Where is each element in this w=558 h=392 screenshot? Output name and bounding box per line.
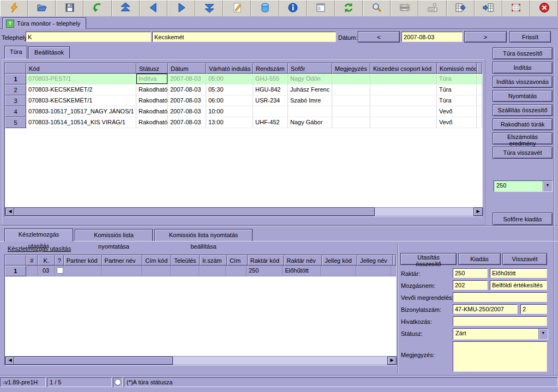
- telephely-name-input[interactable]: [152, 32, 336, 42]
- cell-question[interactable]: [55, 266, 63, 276]
- tab-komissios-lista-nyomtatasa[interactable]: Komissiós lista nyomtatása: [75, 229, 153, 241]
- undo-button[interactable]: [83, 0, 111, 16]
- telephely-code-input[interactable]: [26, 32, 151, 42]
- cell-datum[interactable]: 2007-08-03: [168, 74, 206, 85]
- cell-kiszedesi[interactable]: [370, 74, 437, 85]
- movement-grid-hscrollbar[interactable]: ◀ ▶: [5, 356, 397, 365]
- cell-komissio[interactable]: Túra: [437, 74, 477, 85]
- chevron-down-icon[interactable]: ▼: [538, 329, 548, 339]
- tour-row-2[interactable]: 2 070803-KECSKEMÉT/2 Rakodható 2007-08-0…: [5, 85, 482, 95]
- cell-jelleg-kod[interactable]: [321, 266, 356, 276]
- cell-sofor[interactable]: [288, 106, 332, 117]
- header-kiszedesi[interactable]: Kiszedési csoport kód: [370, 63, 437, 74]
- cell-indulas[interactable]: 05:30: [206, 85, 253, 95]
- chevron-down-icon[interactable]: ▼: [543, 181, 552, 191]
- tura-osszesito-button[interactable]: Túra összesítő: [493, 47, 553, 59]
- scrollbar-thumb[interactable]: [14, 357, 173, 365]
- cell-indulas[interactable]: 06:00: [206, 95, 253, 106]
- header-question[interactable]: ?: [55, 255, 64, 266]
- header-cim[interactable]: Cím: [227, 255, 248, 266]
- tab-komissios-lista-beallitasa[interactable]: Komissiós lista nyomtatás beállítása: [154, 229, 253, 241]
- cell-jelleg-nev[interactable]: [356, 266, 391, 276]
- tab-keszletmozgas-utasitas[interactable]: Készletmozgás utasítás: [4, 228, 73, 242]
- scroll-right-icon[interactable]: ▶: [387, 357, 397, 365]
- refresh-button[interactable]: [335, 0, 363, 16]
- cell-megjegyzes[interactable]: [332, 95, 370, 106]
- export-table-button[interactable]: [447, 0, 475, 16]
- date-next-button[interactable]: >: [464, 31, 507, 43]
- cell-kod[interactable]: 070803-10517_10517_NAGY JÁNOS/1: [26, 106, 136, 117]
- header-rowno[interactable]: [5, 255, 26, 266]
- nyomtatas-button[interactable]: Nyomtatás: [493, 90, 553, 102]
- prior-record-button[interactable]: [140, 0, 167, 16]
- window-tab-tura-monitor[interactable]: T Túra monitor - telephely: [2, 17, 86, 29]
- cell-kod[interactable]: 070803-KECSKEMÉT/2: [26, 85, 136, 95]
- post-database-button[interactable]: [251, 0, 279, 16]
- cell-kod[interactable]: 070803-KECSKEMÉT/1: [26, 95, 136, 106]
- cell-statusz[interactable]: Rakodható: [136, 85, 168, 95]
- cell-statusz[interactable]: Indítva: [136, 74, 168, 85]
- header-raktar-kod[interactable]: Raktár kód: [248, 255, 284, 266]
- close-button[interactable]: [530, 0, 558, 16]
- header-sofor[interactable]: Sofőr: [288, 63, 332, 74]
- cell-komissio[interactable]: Vevő: [437, 106, 477, 117]
- header-rendszam[interactable]: Rendszám: [253, 63, 288, 74]
- inditas-visszavonas-button[interactable]: Indítás visszavonás: [493, 76, 553, 88]
- cell-kiszedesi[interactable]: [370, 117, 437, 128]
- scroll-right-icon[interactable]: ▶: [473, 208, 483, 216]
- mozgasnem-kod-input[interactable]: [453, 280, 488, 290]
- cell-megjegyzes[interactable]: [332, 117, 370, 128]
- cell-rendszam[interactable]: [253, 106, 288, 117]
- cell-statusz[interactable]: Rakodható: [136, 95, 168, 106]
- header-hash[interactable]: #: [26, 255, 38, 266]
- cell-k[interactable]: 03: [38, 266, 55, 276]
- cell-sofor[interactable]: Juhász Ferenc: [288, 85, 332, 95]
- cell-megjegyzes[interactable]: [332, 106, 370, 117]
- header-megjegyzes[interactable]: Megjegyzés: [332, 63, 370, 74]
- cell-indulas[interactable]: 13:00: [206, 117, 253, 128]
- header-statusz[interactable]: Státusz: [136, 63, 168, 74]
- statusz-select[interactable]: Zárt ▼: [453, 328, 548, 340]
- row-number[interactable]: 1: [5, 74, 26, 85]
- szallitas-osszesito-button[interactable]: Szállítás összesítő: [493, 104, 553, 116]
- cell-rendszam[interactable]: HGU-842: [253, 85, 288, 95]
- cell-cim-kod[interactable]: [142, 266, 171, 276]
- movement-row-1[interactable]: 1 03 250 Előhűtött: [5, 266, 396, 276]
- kiadas-button[interactable]: Kiadás: [458, 253, 501, 265]
- cell-raktar-nev[interactable]: Előhűtött: [283, 266, 320, 276]
- soforre-kiadas-button[interactable]: Sofőrre kiadás: [493, 213, 553, 225]
- cell-indulas[interactable]: 10:00: [206, 106, 253, 117]
- cell-telepules[interactable]: [171, 266, 199, 276]
- tour-row-4[interactable]: 4 070803-10517_10517_NAGY JÁNOS/1 Rakodh…: [5, 106, 482, 117]
- header-partner-nev[interactable]: Partner név: [102, 255, 143, 266]
- cell-komissio[interactable]: Túra: [437, 85, 477, 95]
- cell-komissio[interactable]: Vevő: [437, 117, 477, 128]
- first-record-button[interactable]: [112, 0, 140, 16]
- cell-datum[interactable]: 2007-08-03: [168, 106, 206, 117]
- keyboard-button[interactable]: [418, 0, 446, 16]
- cell-datum[interactable]: 2007-08-03: [168, 95, 206, 106]
- tour-row-1[interactable]: 1 070803-PEST/1 Indítva 2007-08-03 05:00…: [5, 74, 482, 85]
- header-telepules[interactable]: Teleülés: [171, 255, 200, 266]
- warehouse-select[interactable]: 250 ▼: [494, 180, 553, 192]
- row-number[interactable]: 4: [5, 106, 26, 117]
- inditas-button[interactable]: Indítás: [493, 62, 553, 74]
- cell-statusz[interactable]: Rakodható: [136, 117, 168, 128]
- row-number[interactable]: 2: [5, 85, 26, 95]
- utasitas-osszesito-button[interactable]: Utasítás összesítő: [400, 253, 457, 265]
- megjegyzes-textarea[interactable]: [453, 341, 547, 372]
- import-table-button[interactable]: [475, 0, 502, 16]
- cell-kod[interactable]: 070803-PEST/1: [26, 74, 136, 85]
- cell-kod[interactable]: 070803-10514_10514_KIS VIRÁG/1: [26, 117, 136, 128]
- scrollbar-thumb[interactable]: [14, 208, 375, 216]
- cell-rendszam[interactable]: GHJ-555: [253, 74, 288, 85]
- cell-komissio[interactable]: Túra: [437, 95, 477, 106]
- header-irszam[interactable]: Ir.szám: [200, 255, 227, 266]
- cell-megjegyzes[interactable]: [332, 74, 370, 85]
- date-prev-button[interactable]: <: [358, 31, 400, 43]
- row-number[interactable]: 5: [5, 117, 26, 128]
- header-jelleg-kod[interactable]: Jelleg kód: [322, 255, 357, 266]
- vevoi-megrendeles-input[interactable]: [453, 292, 547, 302]
- header-jelleg-nev[interactable]: Jelleg név: [357, 255, 393, 266]
- cell-sofor[interactable]: Szabó Imre: [288, 95, 332, 106]
